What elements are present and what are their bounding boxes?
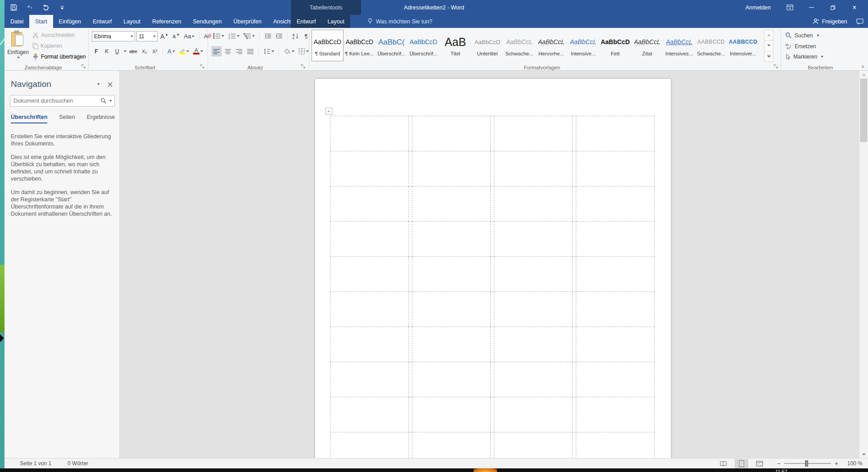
zoom-in-button[interactable]: + bbox=[835, 460, 838, 467]
label-cell[interactable] bbox=[576, 292, 655, 327]
style-fett[interactable]: AaBbCcDFett bbox=[599, 30, 631, 61]
restore-button[interactable] bbox=[824, 0, 842, 15]
chevron-down-icon[interactable] bbox=[124, 50, 127, 52]
label-cell[interactable] bbox=[412, 222, 491, 257]
borders-button[interactable] bbox=[297, 46, 310, 56]
page-indicator[interactable]: Seite 1 von 1 bbox=[20, 460, 51, 467]
tab-ueberpruefen[interactable]: Überprüfen bbox=[227, 15, 267, 28]
increase-indent-button[interactable] bbox=[274, 31, 284, 41]
label-cell[interactable] bbox=[576, 116, 655, 151]
style-untertitel[interactable]: AaBbCcDUntertitel bbox=[471, 30, 503, 61]
decrease-indent-button[interactable] bbox=[263, 31, 273, 41]
align-left-button[interactable] bbox=[212, 46, 222, 56]
signin-button[interactable]: Anmelden bbox=[739, 5, 777, 11]
save-button[interactable] bbox=[9, 3, 18, 13]
replace-button[interactable]: abac Ersetzen bbox=[785, 43, 816, 50]
label-cell[interactable] bbox=[330, 222, 409, 257]
label-cell[interactable] bbox=[576, 432, 655, 458]
shading-button[interactable] bbox=[282, 46, 296, 56]
contextual-tab-layout[interactable]: Layout bbox=[321, 15, 350, 28]
font-name-combo[interactable] bbox=[92, 31, 135, 41]
word-count[interactable]: 0 Wörter bbox=[68, 460, 88, 467]
label-cell[interactable] bbox=[494, 397, 573, 432]
line-spacing-button[interactable] bbox=[262, 46, 276, 56]
label-cell[interactable] bbox=[412, 327, 491, 362]
font-size-input[interactable] bbox=[137, 33, 152, 40]
label-cell[interactable] bbox=[412, 292, 491, 327]
copy-button[interactable]: Kopieren bbox=[32, 43, 62, 49]
label-cell[interactable] bbox=[412, 257, 491, 292]
label-cell[interactable] bbox=[330, 186, 409, 222]
print-layout-button[interactable] bbox=[735, 459, 748, 468]
style-titel[interactable]: AaBTitel bbox=[439, 30, 471, 61]
navigation-options-icon[interactable] bbox=[92, 79, 104, 89]
undo-icon[interactable] bbox=[25, 3, 34, 13]
scroll-down-icon[interactable] bbox=[859, 450, 868, 458]
highlight-button[interactable] bbox=[178, 46, 190, 56]
gallery-scroll-down-icon[interactable] bbox=[764, 40, 773, 51]
chevron-down-icon[interactable] bbox=[109, 100, 112, 102]
format-painter-button[interactable]: Format übertragen bbox=[32, 54, 86, 60]
label-cell[interactable] bbox=[330, 432, 409, 458]
underline-button[interactable]: U bbox=[113, 46, 122, 56]
find-button[interactable]: Suchen bbox=[785, 32, 819, 39]
label-cell[interactable] bbox=[412, 397, 491, 432]
dialog-launcher-icon[interactable] bbox=[301, 64, 306, 69]
superscript-button[interactable]: X² bbox=[150, 46, 159, 56]
label-cell[interactable] bbox=[330, 151, 409, 186]
nav-tab-ueberschriften[interactable]: Überschriften bbox=[11, 114, 47, 123]
label-cell[interactable] bbox=[576, 222, 655, 257]
label-cell[interactable] bbox=[330, 257, 409, 292]
tab-layout[interactable]: Layout bbox=[118, 15, 146, 28]
label-cell[interactable] bbox=[330, 397, 409, 432]
font-size-combo[interactable] bbox=[136, 31, 158, 41]
font-name-input[interactable] bbox=[92, 33, 130, 40]
label-cell[interactable] bbox=[494, 432, 573, 458]
tab-einfuegen[interactable]: Einfügen bbox=[53, 15, 87, 28]
label-cell[interactable] bbox=[576, 362, 655, 397]
label-cell[interactable] bbox=[494, 116, 573, 151]
redo-icon[interactable] bbox=[41, 3, 50, 13]
label-cell[interactable] bbox=[576, 186, 655, 222]
nav-tab-ergebnisse[interactable]: Ergebnisse bbox=[87, 114, 115, 123]
zoom-slider[interactable] bbox=[784, 463, 831, 464]
zoom-out-button[interactable]: − bbox=[777, 460, 781, 467]
read-mode-button[interactable] bbox=[717, 459, 730, 468]
customize-qat-icon[interactable] bbox=[58, 3, 67, 13]
label-cell[interactable] bbox=[494, 222, 573, 257]
zoom-slider-thumb[interactable] bbox=[805, 460, 808, 467]
search-icon[interactable] bbox=[100, 98, 107, 104]
vertical-scrollbar[interactable] bbox=[859, 71, 868, 458]
minimize-button[interactable] bbox=[802, 0, 820, 15]
label-cell[interactable] bbox=[576, 397, 655, 432]
label-cell[interactable] bbox=[330, 362, 409, 397]
subscript-button[interactable]: X₂ bbox=[140, 46, 149, 56]
label-cell[interactable] bbox=[494, 186, 573, 222]
label-cell[interactable] bbox=[412, 186, 491, 222]
cut-button[interactable]: Ausschneiden bbox=[32, 32, 75, 38]
label-cell[interactable] bbox=[494, 362, 573, 397]
strikethrough-button[interactable]: abc bbox=[128, 46, 139, 56]
select-button[interactable]: Markieren bbox=[785, 54, 823, 60]
font-color-button[interactable]: A bbox=[192, 46, 204, 56]
gallery-scroll-up-icon[interactable] bbox=[764, 30, 773, 41]
tab-datei[interactable]: Datei bbox=[5, 15, 29, 28]
label-cell[interactable] bbox=[494, 151, 573, 186]
label-cell[interactable] bbox=[330, 327, 409, 362]
share-button[interactable]: Freigeben bbox=[813, 15, 847, 28]
label-cell[interactable] bbox=[576, 257, 655, 292]
style-zitat[interactable]: AaBbCcLZitat bbox=[631, 30, 663, 61]
label-cell[interactable] bbox=[412, 116, 491, 151]
tellme-box[interactable]: Was möchten Sie tun? bbox=[367, 15, 432, 28]
scrollbar-thumb[interactable] bbox=[860, 79, 867, 142]
grow-font-button[interactable]: A▲ bbox=[159, 32, 170, 41]
style-ueberschrift-1[interactable]: AaBbC(Überschrif... bbox=[375, 30, 407, 61]
label-cell[interactable] bbox=[330, 292, 409, 327]
navigation-close-icon[interactable] bbox=[104, 79, 116, 89]
gallery-more-icon[interactable] bbox=[764, 51, 773, 62]
dialog-launcher-icon[interactable] bbox=[200, 64, 205, 69]
label-cell[interactable] bbox=[330, 116, 409, 151]
nav-tab-seiten[interactable]: Seiten bbox=[59, 114, 75, 123]
dialog-launcher-icon[interactable] bbox=[81, 64, 86, 69]
contextual-tab-entwurf[interactable]: Entwurf bbox=[291, 15, 321, 28]
